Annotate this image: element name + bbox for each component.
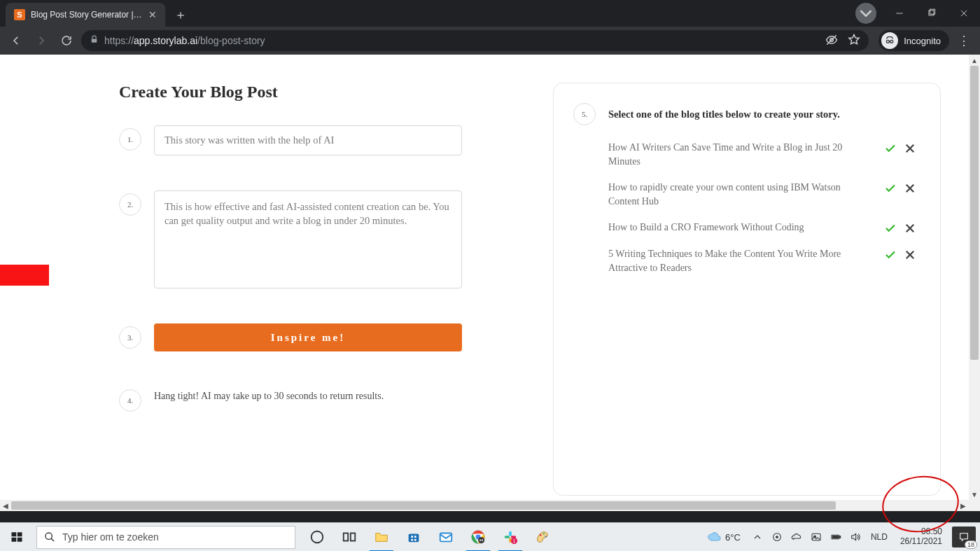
cortana-icon[interactable] <box>301 523 333 552</box>
browser-viewport: Create Your Blog Post 1. 2. 3. Inspire m… <box>0 55 980 511</box>
svg-rect-2 <box>930 9 935 14</box>
slack-icon[interactable]: 1 <box>494 523 526 552</box>
accept-title-icon[interactable] <box>884 222 897 235</box>
svg-rect-27 <box>409 533 419 542</box>
reject-title-icon[interactable] <box>904 142 916 155</box>
action-center-badge: 18 <box>965 540 977 549</box>
svg-point-39 <box>482 539 483 540</box>
nav-reload-button[interactable] <box>56 30 77 51</box>
suggested-title-row: How to Build a CRO Framework Without Cod… <box>608 221 916 235</box>
tray-photos-icon[interactable] <box>809 530 823 544</box>
svg-point-50 <box>776 536 778 538</box>
step-2-number: 2. <box>119 193 141 216</box>
tray-onedrive-icon[interactable] <box>790 530 804 544</box>
lock-icon <box>90 35 99 46</box>
tab-title: Blog Post Story Generator | Story <box>31 10 143 20</box>
tray-battery-icon[interactable] <box>829 530 843 544</box>
chrome-icon[interactable] <box>462 523 494 552</box>
nav-back-button[interactable] <box>6 30 27 51</box>
reject-title-icon[interactable] <box>904 182 916 195</box>
windows-taskbar: Typ hier om te zoeken 1 6°C NLD 08:50 26… <box>0 522 980 551</box>
incognito-icon <box>881 32 898 49</box>
svg-line-23 <box>51 538 54 541</box>
svg-rect-26 <box>351 533 355 541</box>
action-center-icon[interactable]: 18 <box>952 526 976 547</box>
task-view-icon[interactable] <box>333 523 365 552</box>
inspire-me-button[interactable]: Inspire me! <box>154 323 462 351</box>
accept-title-icon[interactable] <box>884 249 897 261</box>
incognito-chip[interactable]: Incognito <box>878 30 949 51</box>
url-text: https://app.storylab.ai/blog-post-story <box>104 35 265 46</box>
window-titlebar: S Blog Post Story Generator | Story ✕ ＋ <box>0 0 980 27</box>
incognito-label: Incognito <box>904 36 941 46</box>
svg-rect-18 <box>12 532 17 536</box>
reject-title-icon[interactable] <box>904 249 916 261</box>
system-tray: 6°C NLD 08:50 26/11/2021 18 <box>707 523 980 552</box>
story-subject-input[interactable] <box>154 125 462 155</box>
tray-date: 26/11/2021 <box>900 537 942 547</box>
vertical-scrollbar[interactable]: ▲ ▼ <box>969 55 980 500</box>
tray-clock[interactable]: 08:50 26/11/2021 <box>896 527 946 547</box>
svg-rect-32 <box>440 533 452 542</box>
tab-search-icon[interactable] <box>855 3 876 24</box>
story-description-textarea[interactable] <box>154 190 462 288</box>
scroll-down-icon[interactable]: ▼ <box>969 489 980 500</box>
svg-point-37 <box>478 537 484 543</box>
nav-forward-button[interactable] <box>31 30 52 51</box>
svg-rect-1 <box>929 11 934 15</box>
svg-rect-30 <box>411 539 413 541</box>
step-5-number: 5. <box>573 103 596 125</box>
suggested-title-text[interactable]: How to Build a CRO Framework Without Cod… <box>608 221 877 235</box>
bookmark-star-icon[interactable] <box>848 34 860 48</box>
microsoft-store-icon[interactable] <box>398 523 430 552</box>
create-form: Create Your Blog Post 1. 2. 3. Inspire m… <box>119 83 511 496</box>
suggested-title-text[interactable]: How AI Writers Can Save Time and Write a… <box>608 141 877 168</box>
suggested-title-text[interactable]: How to rapidly create your own content u… <box>608 181 877 208</box>
taskbar-search-placeholder: Typ hier om te zoeken <box>62 531 159 543</box>
step-3-number: 3. <box>119 326 141 349</box>
vertical-scroll-thumb[interactable] <box>970 66 979 360</box>
svg-point-46 <box>540 534 541 536</box>
browser-menu-button[interactable]: ⋮ <box>953 30 974 51</box>
svg-rect-40 <box>509 531 512 536</box>
tab-close-icon[interactable]: ✕ <box>148 9 157 20</box>
page-content: Create Your Blog Post 1. 2. 3. Inspire m… <box>49 55 969 500</box>
tray-location-icon[interactable] <box>770 530 784 544</box>
suggested-title-row: How AI Writers Can Save Time and Write a… <box>608 141 916 168</box>
scroll-left-icon[interactable]: ◀ <box>0 500 11 511</box>
reject-title-icon[interactable] <box>904 222 916 235</box>
tab-favicon: S <box>14 9 25 20</box>
weather-widget[interactable]: 6°C <box>707 530 741 544</box>
results-panel: 5. Select one of the blog titles below t… <box>553 83 941 496</box>
tray-volume-icon[interactable] <box>848 530 862 544</box>
window-close-button[interactable] <box>948 3 980 24</box>
mail-icon[interactable] <box>430 523 462 552</box>
weather-temp: 6°C <box>725 532 741 543</box>
tray-chevron-icon[interactable] <box>750 530 764 544</box>
suggested-title-row: How to rapidly create your own content u… <box>608 181 916 208</box>
scroll-corner <box>969 500 980 511</box>
taskbar-search-input[interactable]: Typ hier om te zoeken <box>36 526 295 549</box>
accept-title-icon[interactable] <box>884 142 897 155</box>
start-button[interactable] <box>0 523 34 552</box>
window-minimize-button[interactable] <box>883 3 916 24</box>
svg-rect-28 <box>411 536 413 538</box>
file-explorer-icon[interactable] <box>365 523 398 552</box>
scroll-up-icon[interactable]: ▲ <box>969 55 980 66</box>
accept-title-icon[interactable] <box>884 182 897 195</box>
horizontal-scroll-thumb[interactable] <box>11 501 836 510</box>
window-maximize-button[interactable] <box>916 3 948 24</box>
horizontal-scrollbar[interactable]: ◀ ▶ <box>0 500 969 511</box>
sidebar-red-tab[interactable] <box>0 265 49 286</box>
tracking-off-icon[interactable] <box>825 34 838 48</box>
scroll-right-icon[interactable]: ▶ <box>958 500 969 511</box>
suggested-title-text[interactable]: 5 Writing Techniques to Make the Content… <box>608 247 877 274</box>
address-bar[interactable]: https://app.storylab.ai/blog-post-story <box>81 30 869 51</box>
browser-tab[interactable]: S Blog Post Story Generator | Story ✕ <box>6 3 165 27</box>
tray-language-indicator[interactable]: NLD <box>868 532 890 542</box>
browser-toolbar: https://app.storylab.ai/blog-post-story … <box>0 27 980 55</box>
new-tab-button[interactable]: ＋ <box>171 5 190 25</box>
wait-message: Hang tight! AI may take up to 30 seconds… <box>154 386 384 402</box>
paint-icon[interactable] <box>526 523 559 552</box>
svg-point-48 <box>545 536 546 537</box>
